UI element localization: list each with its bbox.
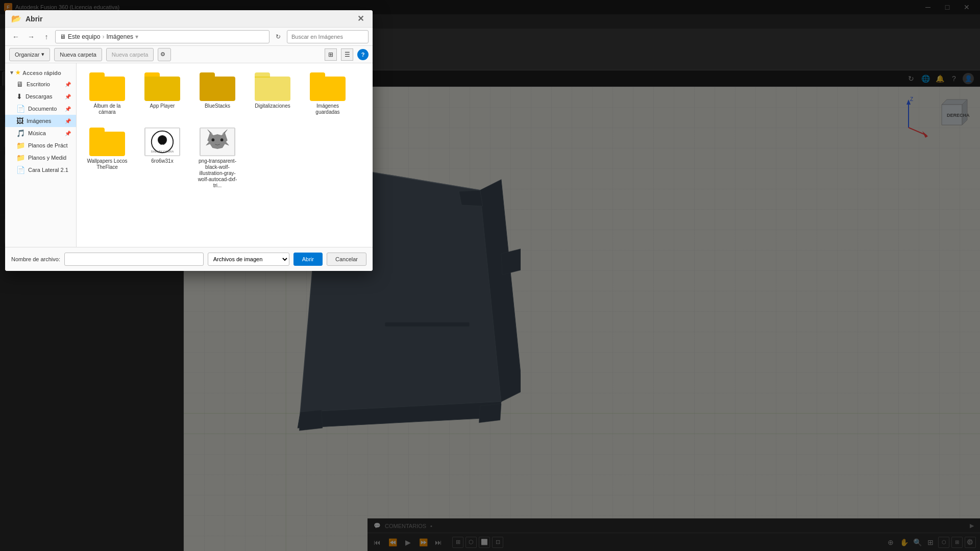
dialog-close-button[interactable]: ✕ bbox=[354, 13, 366, 25]
dialog-nav: ← → ↑ 🖥 Este equipo › Imágenes ▾ ↻ bbox=[5, 28, 373, 46]
planos-pract-label: Planos de Práct bbox=[28, 142, 68, 148]
file-album-camara[interactable]: Álbum de la cámara bbox=[82, 68, 133, 119]
file-label-app-player: App Player bbox=[150, 103, 175, 109]
svg-point-42 bbox=[211, 138, 214, 141]
filetype-select[interactable]: Archivos de imagen bbox=[208, 253, 289, 266]
svg-text:SHELBY COBRA: SHELBY COBRA bbox=[151, 150, 174, 153]
organize-button[interactable]: Organizar ▾ bbox=[9, 48, 50, 61]
cara-lateral-label: Cara Lateral 2.1 bbox=[28, 167, 68, 173]
imagenes-icon: 🖼 bbox=[16, 117, 23, 125]
escritorio-icon: 🖥 bbox=[16, 80, 23, 88]
folder-icon-imagenes-guardadas bbox=[310, 72, 346, 101]
file-imagenes-guardadas[interactable]: Imágenes guardadas bbox=[302, 68, 353, 119]
folder-icon-bluestacks bbox=[200, 72, 235, 101]
filename-label: Nombre de archivo: bbox=[11, 256, 60, 262]
planos-medid-icon: 📁 bbox=[16, 154, 25, 162]
dialog-toolbar: Organizar ▾ Nueva carpeta Nueva carpeta … bbox=[5, 46, 373, 63]
file-wallpapers[interactable]: Wallpapers Locos TheFlace bbox=[82, 123, 133, 193]
new-folder-button[interactable]: Nueva carpeta bbox=[54, 48, 102, 61]
file-wolf-png[interactable]: png-transparent-black-wolf-illustration-… bbox=[192, 123, 243, 193]
cancel-button[interactable]: Cancelar bbox=[327, 253, 366, 266]
nueva-carpeta-button-2[interactable]: Nueva carpeta bbox=[106, 48, 154, 61]
documento-label: Documento bbox=[28, 106, 57, 112]
new-folder-label: Nueva carpeta bbox=[60, 52, 96, 58]
section-chevron: ▾ bbox=[10, 69, 13, 76]
dialog-title-text: Abrir bbox=[26, 15, 350, 23]
planos-pract-icon: 📁 bbox=[16, 141, 25, 149]
file-label-album: Álbum de la cámara bbox=[86, 103, 129, 115]
breadcrumb-icon: 🖥 bbox=[60, 33, 66, 40]
refresh-button[interactable]: ↻ bbox=[272, 30, 285, 43]
organize-chevron: ▾ bbox=[41, 51, 44, 58]
organize-label: Organizar bbox=[15, 52, 39, 58]
nueva-carpeta-label-2: Nueva carpeta bbox=[112, 52, 149, 58]
pin-icon-1: 📌 bbox=[65, 94, 71, 99]
star-icon: ★ bbox=[15, 69, 20, 76]
file-label-wolf: png-transparent-black-wolf-illustration-… bbox=[196, 158, 239, 189]
planos-medid-label: Planos y Medid bbox=[28, 155, 66, 161]
svg-point-43 bbox=[220, 138, 224, 141]
file-label-imagenes-guardadas: Imágenes guardadas bbox=[306, 103, 349, 115]
file-digitalizaciones[interactable]: Digitalizaciones bbox=[247, 68, 298, 119]
file-label-cobra: 6ro6w31x bbox=[151, 158, 173, 164]
folder-icon-wallpapers bbox=[89, 128, 125, 156]
sidebar-item-planos-medid[interactable]: 📁 Planos y Medid bbox=[5, 152, 76, 164]
folder-icon-app-player bbox=[144, 72, 180, 101]
pin-icon-3: 📌 bbox=[65, 118, 71, 124]
file-label-digitalizaciones: Digitalizaciones bbox=[255, 103, 290, 109]
settings-gear-button[interactable]: ⚙ bbox=[158, 48, 171, 61]
sidebar-item-escritorio[interactable]: 🖥 Escritorio 📌 bbox=[5, 78, 76, 90]
file-label-bluestacks: BlueStacks bbox=[205, 103, 230, 109]
file-app-player[interactable]: App Player bbox=[137, 68, 188, 119]
view-details[interactable]: ☰ bbox=[341, 48, 353, 61]
cara-lateral-icon: 📄 bbox=[16, 166, 25, 174]
view-large-icons[interactable]: ⊞ bbox=[325, 48, 337, 61]
sidebar-section-acceso-rapido[interactable]: ▾ ★ Acceso rápido bbox=[5, 67, 76, 78]
sidebar-item-descargas[interactable]: ⬇ Descargas 📌 bbox=[5, 90, 76, 103]
escritorio-label: Escritorio bbox=[27, 81, 50, 87]
imagenes-label: Imágenes bbox=[27, 118, 51, 124]
folder-icon-digitalizaciones bbox=[255, 72, 290, 101]
image-thumb-wolf bbox=[200, 128, 235, 156]
pin-icon-0: 📌 bbox=[65, 82, 71, 87]
breadcrumb-sep1: › bbox=[102, 33, 104, 40]
sidebar-item-imagenes[interactable]: 🖼 Imágenes 📌 bbox=[5, 115, 76, 127]
folder-icon-album bbox=[89, 72, 125, 101]
nav-up-button[interactable]: ↑ bbox=[40, 30, 53, 43]
file-bluestacks[interactable]: BlueStacks bbox=[192, 68, 243, 119]
musica-icon: 🎵 bbox=[16, 129, 25, 137]
dialog-sidebar: ▾ ★ Acceso rápido 🖥 Escritorio 📌 ⬇ Desca… bbox=[5, 63, 77, 247]
dialog-title-icon: 📂 bbox=[11, 14, 21, 23]
sidebar-item-planos-pract[interactable]: 📁 Planos de Práct bbox=[5, 139, 76, 152]
sidebar-item-documento[interactable]: 📄 Documento 📌 bbox=[5, 103, 76, 115]
file-6ro6w31x[interactable]: SHELBY COBRA 6ro6w31x bbox=[137, 123, 188, 193]
file-label-wallpapers: Wallpapers Locos TheFlace bbox=[86, 158, 129, 170]
sidebar-item-cara-lateral[interactable]: 📄 Cara Lateral 2.1 bbox=[5, 164, 76, 176]
open-button[interactable]: Abrir bbox=[293, 253, 323, 266]
descargas-label: Descargas bbox=[26, 93, 53, 99]
dialog-body: ▾ ★ Acceso rápido 🖥 Escritorio 📌 ⬇ Desca… bbox=[5, 63, 373, 247]
breadcrumb-dropdown[interactable]: ▾ bbox=[135, 33, 138, 40]
nav-back-button[interactable]: ← bbox=[9, 30, 22, 43]
dialog-footer: Nombre de archivo: Archivos de imagen Ab… bbox=[5, 247, 373, 271]
descargas-icon: ⬇ bbox=[16, 92, 22, 101]
nav-forward-button[interactable]: → bbox=[24, 30, 38, 43]
search-input[interactable] bbox=[287, 30, 369, 43]
image-thumb-cobra: SHELBY COBRA bbox=[144, 128, 180, 156]
breadcrumb-part1: Este equipo bbox=[68, 33, 100, 40]
breadcrumb-part2: Imágenes bbox=[106, 33, 133, 40]
pin-icon-4: 📌 bbox=[65, 131, 71, 136]
musica-label: Música bbox=[28, 130, 46, 136]
filename-input[interactable] bbox=[64, 253, 204, 266]
help-button[interactable]: ? bbox=[357, 49, 369, 60]
dialog-files: Álbum de la cámara App Player BlueStacks bbox=[77, 63, 373, 247]
file-dialog: 📂 Abrir ✕ ← → ↑ 🖥 Este equipo › Imágenes… bbox=[5, 10, 373, 271]
section-label: Acceso rápido bbox=[22, 70, 61, 76]
dialog-titlebar: 📂 Abrir ✕ bbox=[5, 10, 373, 28]
breadcrumb[interactable]: 🖥 Este equipo › Imágenes ▾ bbox=[55, 30, 270, 43]
sidebar-item-musica[interactable]: 🎵 Música 📌 bbox=[5, 127, 76, 139]
documento-icon: 📄 bbox=[16, 105, 25, 113]
pin-icon-2: 📌 bbox=[65, 106, 71, 112]
